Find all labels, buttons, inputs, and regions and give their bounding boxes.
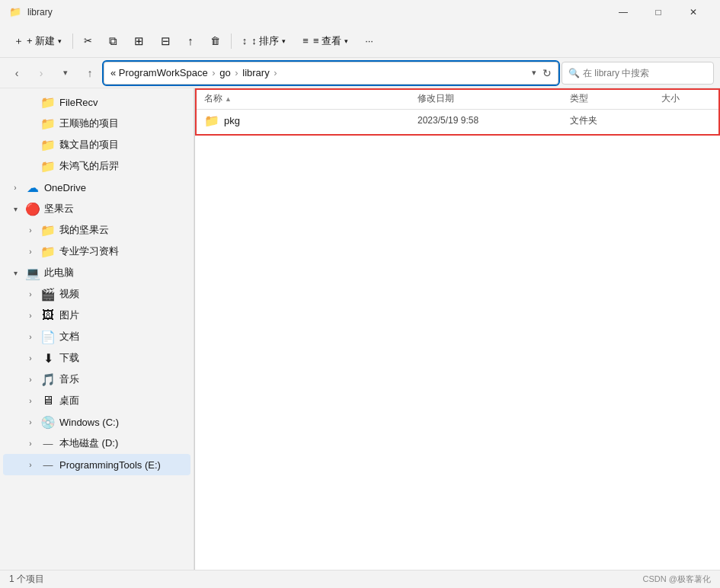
print-button[interactable]: ⊟ xyxy=(153,28,178,54)
paste-icon: ⊞ xyxy=(134,34,144,48)
file-name-cell: 📁 pkg xyxy=(204,113,418,128)
recent-button[interactable]: ▾ xyxy=(55,62,76,84)
paste-button[interactable]: ⊞ xyxy=(126,28,152,54)
expand-arrow-myjianguo: › xyxy=(24,224,37,236)
expand-arrow-thispc: ▾ xyxy=(9,267,21,279)
view-chevron-icon: ▾ xyxy=(344,37,348,45)
refresh-button[interactable]: ↻ xyxy=(542,67,552,79)
col-header-name[interactable]: 名称 ▲ xyxy=(204,92,418,105)
col-header-date[interactable]: 修改日期 xyxy=(418,92,570,105)
maximize-button[interactable]: □ xyxy=(641,0,676,24)
sidebar-item-onedrive[interactable]: › ☁ OneDrive xyxy=(3,177,190,198)
expand-arrow-onedrive: › xyxy=(9,181,21,193)
address-chevron-icon[interactable]: ▾ xyxy=(532,68,536,78)
breadcrumb-programworkspace[interactable]: « ProgramWorkSpace xyxy=(110,67,208,78)
desktop-icon: 🖥 xyxy=(41,394,55,407)
expand-arrow-winc: › xyxy=(24,416,37,428)
minimize-button[interactable]: — xyxy=(606,0,641,24)
search-bar[interactable]: 🔍 xyxy=(562,62,714,85)
forward-button[interactable]: › xyxy=(30,62,52,84)
breadcrumb-go[interactable]: go xyxy=(219,67,230,78)
new-button[interactable]: ＋ + 新建 ▾ xyxy=(6,28,69,54)
title-bar: 📁 library — □ ✕ xyxy=(0,0,720,24)
col-header-size[interactable]: 大小 xyxy=(661,92,720,105)
sidebar-item-myjianguo[interactable]: › 📁 我的坚果云 xyxy=(3,219,190,241)
sidebar-item-downloads[interactable]: › ⬇ 下载 xyxy=(3,347,190,369)
sort-icon: ↕ xyxy=(242,35,248,46)
toolbar-sep-2 xyxy=(231,34,232,49)
expand-arrow-wangshunde xyxy=(24,117,37,129)
sidebar-item-jianguoyun[interactable]: ▾ 🔴 坚果云 xyxy=(3,198,190,219)
cloud-icon-onedrive: ☁ xyxy=(26,181,40,194)
sidebar-label-documents: 文档 xyxy=(59,330,79,344)
cut-button[interactable]: ✂ xyxy=(76,28,100,54)
sort-button[interactable]: ↕ ↕ 排序 ▾ xyxy=(235,28,294,54)
share-button[interactable]: ↑ xyxy=(180,28,201,54)
sidebar-label-thispc: 此电脑 xyxy=(44,266,74,280)
expand-arrow-downloads: › xyxy=(24,352,37,364)
new-icon: ＋ xyxy=(14,34,24,48)
sidebar-label-onedrive: OneDrive xyxy=(44,182,86,193)
sidebar-item-locald[interactable]: › — 本地磁盘 (D:) xyxy=(3,433,190,454)
address-bar[interactable]: « ProgramWorkSpace › go › library › ▾ ↻ xyxy=(104,62,558,85)
winc-icon: 💿 xyxy=(41,415,55,429)
sort-arrow-icon: ▲ xyxy=(225,95,232,103)
toolbar: ＋ + 新建 ▾ ✂ ⧉ ⊞ ⊟ ↑ 🗑 ↕ ↕ 排序 ▾ ≡ ≡ 查看 ▾ ·… xyxy=(0,24,720,58)
title-bar-controls: — □ ✕ xyxy=(606,0,711,24)
content-area: 名称 ▲ 修改日期 类型 大小 📁 pkg 2023/5 xyxy=(195,88,720,570)
delete-icon: 🗑 xyxy=(210,35,220,46)
up-button[interactable]: ↑ xyxy=(79,62,101,84)
sidebar-item-pictures[interactable]: › 🖼 图片 xyxy=(3,305,190,326)
sidebar-label-proge: ProgrammingTools (E:) xyxy=(59,459,161,471)
sidebar-item-xuexi[interactable]: › 📁 专业学习资料 xyxy=(3,241,190,262)
cut-icon: ✂ xyxy=(84,35,92,46)
sidebar-item-filerecv[interactable]: 📁 FileRecv xyxy=(3,91,190,113)
folder-icon-xuexi: 📁 xyxy=(41,244,55,258)
sidebar-item-wangshunde[interactable]: 📁 王顺驰的项目 xyxy=(3,113,190,134)
delete-button[interactable]: 🗑 xyxy=(203,28,228,54)
expand-arrow-jianguoyun: ▾ xyxy=(9,203,21,215)
sidebar-label-myjianguo: 我的坚果云 xyxy=(59,223,109,237)
search-input[interactable] xyxy=(583,68,707,78)
expand-arrow-locald: › xyxy=(24,437,37,449)
folder-icon-filerecv: 📁 xyxy=(41,95,55,109)
breadcrumb-library[interactable]: library xyxy=(242,67,269,78)
copy-button[interactable]: ⧉ xyxy=(101,28,125,54)
status-count: 1 个项目 xyxy=(9,573,44,586)
sidebar-item-winc[interactable]: › 💿 Windows (C:) xyxy=(3,411,190,433)
folder-icon: 📁 xyxy=(204,113,219,128)
file-date-cell: 2023/5/19 9:58 xyxy=(418,115,570,126)
documents-icon: 📄 xyxy=(41,330,55,344)
sidebar-item-proge[interactable]: › — ProgrammingTools (E:) xyxy=(3,454,190,475)
back-button[interactable]: ‹ xyxy=(6,62,27,84)
sidebar-item-music[interactable]: › 🎵 音乐 xyxy=(3,369,190,390)
music-icon: 🎵 xyxy=(41,372,55,386)
breadcrumb: « ProgramWorkSpace › go › library › xyxy=(110,67,279,78)
expand-arrow-pictures: › xyxy=(24,309,37,321)
window-icon: 📁 xyxy=(9,6,21,18)
jianguo-icon: 🔴 xyxy=(26,202,40,216)
sidebar-label-locald: 本地磁盘 (D:) xyxy=(59,436,118,450)
sidebar-label-pictures: 图片 xyxy=(59,308,79,322)
sidebar-label-weiwenchang: 魏文昌的项目 xyxy=(59,138,119,152)
sidebar-item-video[interactable]: › 🎬 视频 xyxy=(3,283,190,305)
sort-chevron-icon: ▾ xyxy=(282,37,286,45)
more-button[interactable]: ··· xyxy=(357,28,381,54)
sidebar-item-weiwenchang[interactable]: 📁 魏文昌的项目 xyxy=(3,134,190,155)
close-button[interactable]: ✕ xyxy=(676,0,711,24)
expand-arrow-desktop: › xyxy=(24,395,37,407)
sidebar-label-filerecv: FileRecv xyxy=(59,97,98,108)
sidebar-item-thispc[interactable]: ▾ 💻 此电脑 xyxy=(3,262,190,283)
col-header-type[interactable]: 类型 xyxy=(570,92,661,105)
view-button[interactable]: ≡ ≡ 查看 ▾ xyxy=(295,28,356,54)
folder-icon-weiwenchang: 📁 xyxy=(41,138,55,152)
folder-icon-myjianguo: 📁 xyxy=(41,223,55,237)
watermark-text: CSDN @极客薯化 xyxy=(643,574,711,585)
sidebar-label-wangshunde: 王顺驰的项目 xyxy=(59,117,119,130)
view-icon: ≡ xyxy=(302,35,309,46)
window-title: library xyxy=(27,7,53,18)
sidebar-item-zhuhongfei[interactable]: 📁 朱鸿飞的后羿 xyxy=(3,155,190,177)
table-row[interactable]: 📁 pkg 2023/5/19 9:58 文件夹 xyxy=(195,110,720,131)
sidebar-item-documents[interactable]: › 📄 文档 xyxy=(3,326,190,347)
sidebar-item-desktop[interactable]: › 🖥 桌面 xyxy=(3,390,190,411)
